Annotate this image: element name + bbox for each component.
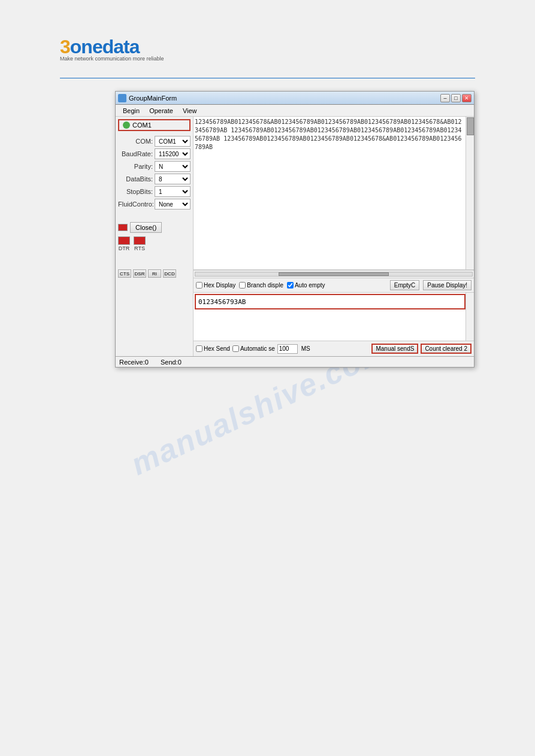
close-port-button[interactable]: Close() [130,222,162,233]
databits-label: DataBits: [118,175,153,183]
pause-display-button[interactable]: Pause Display! [423,280,471,290]
receive-status: Receive:0 [119,359,149,366]
dcd-item: DCD [163,269,176,278]
hex-display-checkbox-item[interactable]: Hex Display [196,282,235,289]
menu-bar: Begin Operate View [116,105,474,117]
stopbits-select[interactable]: 1 [155,186,191,197]
settings-area: COM: COM1 BaudRate: 115200 Parity: N [116,133,193,214]
manual-send-button[interactable]: Manual sendS [371,344,418,354]
minimize-button[interactable]: – [440,94,450,102]
close-button[interactable]: ✕ [462,94,471,102]
parity-select[interactable]: N [155,161,191,172]
stopbits-setting-row: StopBits: 1 [118,186,191,197]
h-scroll-bar[interactable] [194,270,474,278]
right-panel: 123456789AB012345678&AB0123456789AB01234… [194,117,474,356]
close-row: Close() [118,222,191,233]
title-bar: GroupMainForm – □ ✕ [116,92,474,105]
send-area [194,293,474,341]
automatic-checkbox-item[interactable]: Automatic se [232,345,275,352]
receive-data: 123456789AB012345678&AB0123456789AB01234… [195,118,473,151]
hex-send-label: Hex Send [204,345,230,352]
status-bar: Receive:0 Send:0 [116,356,474,367]
baud-setting-row: BaudRate: 115200 [118,148,191,159]
databits-setting-row: DataBits: 8 [118,174,191,184]
stopbits-label: StopBits: [118,188,153,195]
hex-send-checkbox-item[interactable]: Hex Send [196,345,230,352]
automatic-checkbox[interactable] [232,345,239,352]
flowctrl-label: FluidContro: [118,201,153,208]
main-window: GroupMainForm – □ ✕ Begin Operate View C… [115,91,474,368]
ri-item: RI [148,269,161,278]
ri-button[interactable]: RI [148,269,161,278]
logo-area: 3onedata Make network communication more… [60,36,180,62]
send-status: Send:0 [161,359,182,366]
com-tab-label: COM1 [132,122,152,129]
com-setting-row: COM: COM1 [118,136,191,147]
rts-light [134,236,146,245]
control-bar: Hex Display Branch disple Auto empty Emp… [194,278,474,293]
dsr-button[interactable]: DSR [133,269,146,278]
flowctrl-setting-row: FluidContro: None [118,199,191,210]
window-title: GroupMainForm [129,95,177,102]
auto-empty-checkbox-item[interactable]: Auto empty [287,282,325,289]
status-indicator [118,224,128,231]
logo-tagline: Make network communication more reliable [60,56,180,62]
receive-area: 123456789AB012345678&AB0123456789AB01234… [194,117,474,270]
flowctrl-select[interactable]: None [155,199,191,210]
menu-operate[interactable]: Operate [144,106,178,116]
parity-setting-row: Parity: N [118,161,191,172]
rts-label: RTS [134,245,145,251]
com-label: COM: [118,138,153,145]
logo-divider [60,78,475,78]
dcd-button[interactable]: DCD [163,269,176,278]
left-panel-bottom: Close() DTR RTS CTS [116,220,193,280]
logo-text: 3onedata [60,36,180,58]
rts-item: RTS [134,236,146,251]
send-text-input[interactable] [195,294,466,309]
hex-display-checkbox[interactable] [196,282,202,289]
count-clear-button[interactable]: Count cleared 2 [421,344,471,354]
bottom-bar: Hex Send Automatic se MS Manual sendS Co… [194,341,474,356]
dtr-item: DTR [118,236,130,251]
com-tab[interactable]: COM1 [118,119,191,131]
cts-item: CTS [118,269,131,278]
menu-begin[interactable]: Begin [118,106,144,116]
window-content: COM1 COM: COM1 BaudRate: 115200 Par [116,117,474,356]
send-scrollbar[interactable] [466,293,474,341]
branch-display-label: Branch disple [247,282,283,289]
maximize-button[interactable]: □ [451,94,461,102]
baud-label: BaudRate: [118,150,153,157]
baud-select[interactable]: 115200 [155,148,191,159]
cts-button[interactable]: CTS [118,269,131,278]
scrollbar-thumb [467,117,474,135]
h-scroll-thumb [279,272,389,276]
parity-label: Parity: [118,163,153,170]
dtr-label: DTR [119,245,130,251]
h-scroll-track [195,272,473,277]
branch-display-checkbox-item[interactable]: Branch disple [239,282,283,289]
auto-empty-checkbox[interactable] [287,282,294,289]
receive-scrollbar[interactable] [466,117,474,269]
com-select[interactable]: COM1 [155,136,191,147]
hex-display-label: Hex Display [204,282,235,289]
branch-display-checkbox[interactable] [239,282,246,289]
cts-row: CTS DSR RI DCD [118,269,191,278]
databits-select[interactable]: 8 [155,174,191,184]
empty-button[interactable]: EmptyC [390,280,420,290]
menu-view[interactable]: View [178,106,202,116]
left-panel: COM1 COM: COM1 BaudRate: 115200 Par [116,117,194,356]
ms-input[interactable] [277,344,298,354]
com-status-icon [123,122,130,129]
auto-empty-label: Auto empty [295,282,325,289]
automatic-label: Automatic se [240,345,275,352]
hex-send-checkbox[interactable] [196,345,202,352]
dtr-light [118,236,130,245]
dsr-item: DSR [133,269,146,278]
ms-label: MS [301,345,310,352]
window-icon [118,94,126,102]
dtr-rts-row: DTR RTS [118,236,191,251]
